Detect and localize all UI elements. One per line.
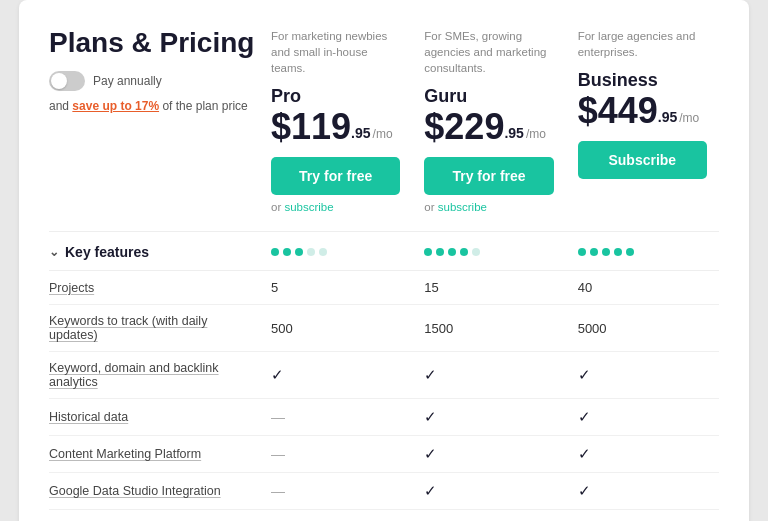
- save-highlight: save up to 17%: [72, 99, 159, 113]
- toggle-sublabel: and save up to 17% of the plan price: [49, 99, 248, 113]
- guru-price-row: $229 .95 /mo: [424, 109, 553, 145]
- check-icon: ✓: [578, 408, 591, 425]
- plan-business: For large agencies and enterprises. Busi…: [566, 28, 719, 213]
- pro-description: For marketing newbies and small in-house…: [271, 28, 400, 76]
- business-historical-val: ✓: [566, 408, 719, 426]
- feature-name-projects: Projects: [49, 281, 259, 295]
- chevron-down-icon: ⌄: [49, 245, 59, 259]
- dot: [578, 248, 586, 256]
- check-icon: ✓: [424, 366, 437, 383]
- feature-name-keywords: Keywords to track (with daily updates): [49, 314, 259, 342]
- features-section: ⌄ Key features: [49, 231, 719, 521]
- business-analytics-val: ✓: [566, 366, 719, 384]
- save-suffix: of the plan price: [159, 99, 248, 113]
- guru-subscribe-row: or subscribe: [424, 201, 553, 213]
- billing-toggle-row: Pay annually and save up to 17% of the p…: [49, 71, 259, 113]
- business-content-val: ✓: [566, 445, 719, 463]
- check-icon: ✓: [424, 408, 437, 425]
- feature-row-gds: Google Data Studio Integration — ✓ ✓: [49, 473, 719, 510]
- guru-content-val: ✓: [412, 445, 565, 463]
- page-title: Plans & Pricing: [49, 28, 259, 59]
- check-icon: ✓: [578, 482, 591, 499]
- header-row: Plans & Pricing Pay annually and save up…: [49, 28, 719, 213]
- business-price-row: $449 .95 /mo: [578, 93, 707, 129]
- feature-row-historical: Historical data — ✓ ✓: [49, 399, 719, 436]
- feature-row-analytics: Keyword, domain and backlink analytics ✓…: [49, 352, 719, 399]
- pro-keywords-val: 500: [259, 321, 412, 336]
- check-icon: ✓: [424, 482, 437, 499]
- pro-price-row: $119 .95 /mo: [271, 109, 400, 145]
- pro-historical-val: —: [259, 409, 412, 425]
- feature-name-content: Content Marketing Platform: [49, 447, 259, 461]
- feature-row-content: Content Marketing Platform — ✓ ✓: [49, 436, 719, 473]
- business-name: Business: [578, 70, 707, 91]
- feature-row-keywords: Keywords to track (with daily updates) 5…: [49, 305, 719, 352]
- pricing-card: Plans & Pricing Pay annually and save up…: [19, 0, 749, 521]
- dot: [295, 248, 303, 256]
- pro-subscribe-link[interactable]: subscribe: [284, 201, 333, 213]
- dash-icon: —: [271, 409, 285, 425]
- features-label-area: ⌄ Key features: [49, 244, 259, 260]
- guru-gds-val: ✓: [412, 482, 565, 500]
- dot: [283, 248, 291, 256]
- plans-area: For marketing newbies and small in-house…: [259, 28, 719, 213]
- guru-keywords-val: 1500: [412, 321, 565, 336]
- pro-price-period: /mo: [373, 127, 393, 141]
- plan-pro: For marketing newbies and small in-house…: [259, 28, 412, 213]
- feature-name-gds: Google Data Studio Integration: [49, 484, 259, 498]
- features-header: ⌄ Key features: [49, 232, 719, 271]
- annual-toggle[interactable]: [49, 71, 85, 91]
- pro-subscribe-row: or subscribe: [271, 201, 400, 213]
- dot-empty: [319, 248, 327, 256]
- check-icon: ✓: [578, 366, 591, 383]
- guru-price-period: /mo: [526, 127, 546, 141]
- toggle-label: Pay annually: [93, 74, 162, 88]
- dot: [614, 248, 622, 256]
- pro-gds-val: —: [259, 483, 412, 499]
- business-gds-val: ✓: [566, 482, 719, 500]
- business-dots: [566, 248, 719, 256]
- guru-historical-val: ✓: [412, 408, 565, 426]
- toggle-knob: [51, 73, 67, 89]
- dash-icon: —: [271, 446, 285, 462]
- feature-row-sov: Share of Voice metric — — ✓: [49, 510, 719, 521]
- check-icon: ✓: [578, 445, 591, 462]
- dot: [424, 248, 432, 256]
- guru-projects-val: 15: [412, 280, 565, 295]
- title-area: Plans & Pricing Pay annually and save up…: [49, 28, 259, 113]
- guru-analytics-val: ✓: [412, 366, 565, 384]
- features-section-label: Key features: [65, 244, 149, 260]
- dot: [448, 248, 456, 256]
- check-icon: ✓: [424, 445, 437, 462]
- dot-empty: [472, 248, 480, 256]
- guru-description: For SMEs, growing agencies and marketing…: [424, 28, 553, 76]
- guru-cta-button[interactable]: Try for free: [424, 157, 553, 195]
- business-keywords-val: 5000: [566, 321, 719, 336]
- business-description: For large agencies and enterprises.: [578, 28, 707, 60]
- pro-analytics-val: ✓: [259, 366, 412, 384]
- dot-empty: [307, 248, 315, 256]
- dot: [590, 248, 598, 256]
- plan-guru: For SMEs, growing agencies and marketing…: [412, 28, 565, 213]
- guru-subscribe-link[interactable]: subscribe: [438, 201, 487, 213]
- feature-name-historical: Historical data: [49, 410, 259, 424]
- business-price-main: $449: [578, 93, 658, 129]
- guru-price-main: $229: [424, 109, 504, 145]
- dot: [626, 248, 634, 256]
- pro-dots: [259, 248, 412, 256]
- guru-price-cents: .95: [504, 125, 523, 141]
- pro-price-cents: .95: [351, 125, 370, 141]
- dot: [436, 248, 444, 256]
- check-icon: ✓: [271, 366, 284, 383]
- dot: [602, 248, 610, 256]
- feature-name-analytics: Keyword, domain and backlink analytics: [49, 361, 259, 389]
- pro-content-val: —: [259, 446, 412, 462]
- feature-row-projects: Projects 5 15 40: [49, 271, 719, 305]
- guru-name: Guru: [424, 86, 553, 107]
- business-price-cents: .95: [658, 109, 677, 125]
- dot: [271, 248, 279, 256]
- pro-cta-button[interactable]: Try for free: [271, 157, 400, 195]
- pro-name: Pro: [271, 86, 400, 107]
- dot: [460, 248, 468, 256]
- business-cta-button[interactable]: Subscribe: [578, 141, 707, 179]
